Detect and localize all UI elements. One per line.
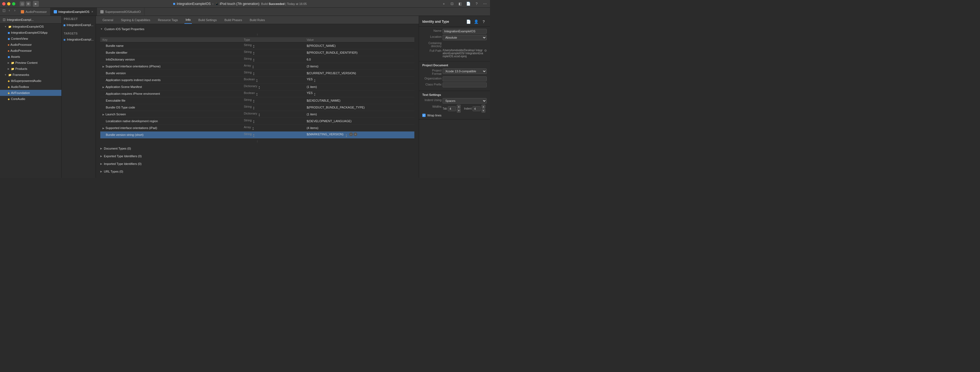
- expand-arrow-icon[interactable]: ▶: [102, 65, 104, 68]
- tab-integration-example-ios[interactable]: IntegrationExampleIOS ✕: [51, 8, 97, 16]
- type-stepper[interactable]: ▲▼: [253, 99, 255, 103]
- tab-build-settings[interactable]: Build Settings: [197, 16, 218, 24]
- expand-arrow-icon[interactable]: ▶: [102, 127, 104, 130]
- boolean-stepper[interactable]: ▲▼: [314, 92, 316, 96]
- minus-btn[interactable]: −: [349, 132, 353, 136]
- sidebar-label: ContentView: [11, 37, 28, 40]
- type-stepper[interactable]: ▲▼: [253, 58, 255, 62]
- file-doc-icon[interactable]: 📄: [465, 19, 471, 25]
- help-icon[interactable]: ?: [481, 19, 487, 25]
- type-stepper[interactable]: ▲▼: [253, 120, 255, 124]
- device-selector[interactable]: 📱 iPod touch (7th generation): [215, 2, 259, 6]
- sidebar-item-frameworks[interactable]: ▼ 📁 Frameworks: [0, 72, 61, 78]
- project-nav-item[interactable]: ◼ IntegrationExampl...: [62, 22, 95, 28]
- sidebar-icon[interactable]: ◫: [1, 8, 6, 13]
- tab-close-integration[interactable]: ✕: [91, 10, 94, 13]
- sidebar-item-preview-content[interactable]: ▶ 📁 Preview Content: [0, 60, 61, 66]
- type-stepper[interactable]: ▲▼: [258, 113, 260, 117]
- sidebar-label: Assets: [11, 55, 20, 58]
- tab-audio-processor[interactable]: AudioProcessor: [18, 8, 51, 16]
- tab-stepper[interactable]: ▲ ▼: [457, 105, 461, 113]
- split-view-button[interactable]: ⊡: [449, 1, 455, 7]
- section-chevron-icon: ▼: [100, 28, 103, 30]
- right-panel-toggle[interactable]: ◧: [457, 1, 463, 7]
- tab-superpowered[interactable]: SuperpoweredIOSAudioIO: [97, 8, 144, 16]
- sidebar-item-lib-superpowered[interactable]: ◆ libSuperpoweredAudio: [0, 78, 61, 84]
- location-select[interactable]: Absolute Relative to Group: [442, 35, 487, 40]
- tab-signing[interactable]: Signing & Capabilities: [120, 16, 151, 24]
- expand-arrow-icon[interactable]: ▶: [102, 86, 104, 89]
- type-stepper[interactable]: ▲▼: [256, 79, 258, 83]
- boolean-stepper[interactable]: ▲▼: [314, 79, 316, 83]
- url-types-header[interactable]: ▶ URL Types (0): [100, 169, 414, 174]
- sidebar-item-av-foundation[interactable]: ◆ AVFoundation: [0, 90, 61, 96]
- minimize-button[interactable]: [7, 2, 10, 5]
- wrap-lines-checkbox[interactable]: ✓: [422, 114, 426, 117]
- maximize-button[interactable]: [12, 2, 15, 5]
- doc-types-section: ▶ Document Types (0): [100, 146, 414, 151]
- tab-build-phases[interactable]: Build Phases: [223, 16, 243, 24]
- type-stepper[interactable]: ▲▼: [256, 92, 258, 96]
- indent-stepper[interactable]: ▲ ▼: [482, 105, 485, 113]
- project-format-select[interactable]: Xcode 13.0-compatible Xcode 14.0-compati…: [442, 68, 487, 74]
- indent-increment[interactable]: ▲: [482, 105, 485, 108]
- type-stepper[interactable]: ▲▼: [253, 106, 255, 110]
- custom-props-header[interactable]: ▼ Custom iOS Target Properties: [100, 26, 414, 32]
- tab-general[interactable]: General: [102, 16, 114, 24]
- person-icon[interactable]: 👤: [473, 19, 479, 25]
- tab-width-input[interactable]: [448, 106, 456, 111]
- type-stepper[interactable]: ▲▼: [253, 45, 255, 48]
- chevron-icon: ▶: [100, 162, 102, 165]
- sidebar-item-app[interactable]: ◼ IntegrationExampleIOSApp: [0, 30, 61, 36]
- type-stepper[interactable]: ▲▼: [258, 86, 260, 89]
- type-stepper[interactable]: ▲▼: [252, 65, 254, 69]
- type-stepper[interactable]: ▲▼: [252, 127, 254, 130]
- sidebar-item-audio-processor-mt[interactable]: ■ AudioProcessor: [0, 48, 61, 54]
- more-options-icon[interactable]: ⋯: [482, 1, 488, 7]
- close-button[interactable]: [2, 2, 5, 5]
- sidebar-item-core-audio[interactable]: ◆ CoreAudio: [0, 96, 61, 102]
- name-input[interactable]: [442, 29, 487, 34]
- org-input[interactable]: [442, 76, 487, 81]
- sidebar-toggle-button[interactable]: ◫: [20, 2, 25, 6]
- plus-btn[interactable]: +: [353, 132, 357, 136]
- tab-label-superpowered: SuperpoweredIOSAudioIO: [105, 10, 141, 13]
- tab-decrement[interactable]: ▼: [457, 109, 461, 113]
- indent-decrement[interactable]: ▼: [482, 109, 485, 113]
- indent-using-select[interactable]: Spaces Tabs: [442, 98, 487, 103]
- imported-types-header[interactable]: ▶ Imported Type Identifiers (0): [100, 161, 414, 167]
- target-nav-item[interactable]: ◉ IntegrationExampl...: [62, 36, 95, 43]
- tab-increment[interactable]: ▲: [457, 105, 461, 108]
- quick-help-icon[interactable]: ?: [474, 1, 480, 7]
- type-stepper-value[interactable]: ▲▼: [344, 133, 348, 136]
- exported-types-header[interactable]: ▶ Exported Type Identifiers (0): [100, 153, 414, 159]
- layout-button[interactable]: ⊞: [26, 2, 31, 6]
- sidebar-item-products[interactable]: ▶ 📁 Products: [0, 66, 61, 72]
- tab-resource-tags[interactable]: Resource Tags: [157, 16, 179, 24]
- indent-width-input[interactable]: [473, 106, 481, 111]
- run-button[interactable]: ▶: [33, 1, 39, 7]
- sidebar-item-audio-toolbox[interactable]: ◆ AudioToolbox: [0, 84, 61, 90]
- widths-group: Tab ▲ ▼ Indent ▲ ▼: [442, 105, 487, 113]
- sidebar-item-audio-processor-h[interactable]: ■ AudioProcessor: [0, 41, 61, 48]
- back-button[interactable]: ‹: [6, 8, 12, 13]
- doc-types-header[interactable]: ▶ Document Types (0): [100, 146, 414, 151]
- path-reveal-icon[interactable]: ⊙: [484, 49, 487, 52]
- type-stepper[interactable]: ▲▼: [253, 72, 255, 76]
- expand-arrow-icon[interactable]: ▶: [102, 113, 104, 116]
- sidebar-item-integration-group[interactable]: ▼ 📁 IntegrationExampleIOS: [0, 24, 61, 30]
- tab-info[interactable]: Info: [185, 16, 192, 24]
- tab-build-rules[interactable]: Build Rules: [248, 16, 266, 24]
- class-prefix-input[interactable]: [442, 83, 487, 87]
- sidebar-item-content-view[interactable]: ◼ ContentView: [0, 36, 61, 41]
- add-button[interactable]: ＋: [441, 1, 447, 7]
- type-stepper[interactable]: ▲▼: [253, 134, 255, 137]
- sidebar-label: Frameworks: [13, 73, 29, 76]
- sidebar-item-assets[interactable]: ◼ Assets: [0, 54, 61, 60]
- tab-label: Tab: [442, 107, 447, 110]
- titlebar-center: ◼ IntegrationExampleIOS › 📱 iPod touch (…: [41, 2, 439, 6]
- file-inspector-icon[interactable]: 📄: [465, 1, 471, 7]
- properties-table: Key Type Value Bundle nameString▲▼$(PROD…: [100, 37, 414, 138]
- type-stepper[interactable]: ▲▼: [253, 51, 255, 55]
- forward-button[interactable]: ›: [12, 8, 18, 13]
